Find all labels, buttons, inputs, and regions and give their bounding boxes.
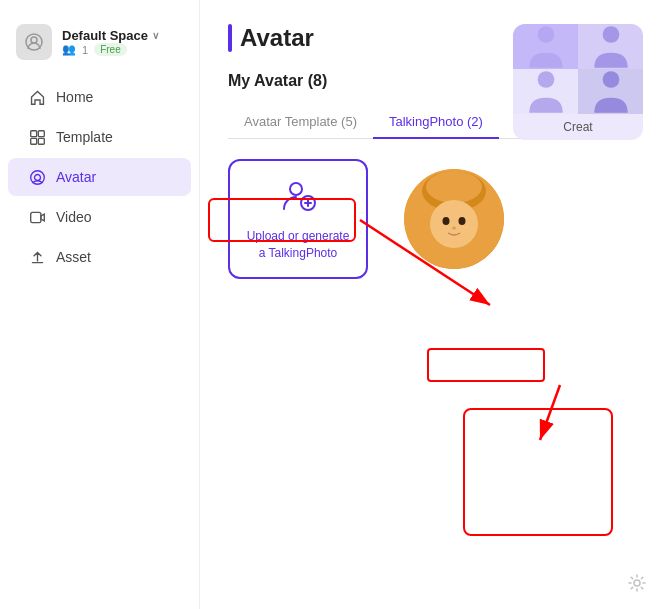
svg-point-20 — [459, 217, 466, 225]
annotation-tab-box — [427, 348, 545, 382]
svg-line-24 — [540, 385, 560, 440]
members-icon: 👥 — [62, 43, 76, 56]
asset-icon — [28, 248, 46, 266]
sidebar-item-template[interactable]: Template — [8, 118, 191, 156]
svg-point-7 — [34, 174, 40, 180]
sidebar-item-home-label: Home — [56, 89, 93, 105]
svg-rect-10 — [602, 26, 619, 43]
workspace-meta: 👥 1 Free — [62, 43, 159, 56]
svg-point-21 — [452, 227, 456, 230]
avatar-nav-icon — [28, 168, 46, 186]
svg-rect-2 — [30, 130, 36, 136]
cards-row: Upload or generate a TalkingPhoto — [228, 159, 635, 279]
svg-point-25 — [634, 580, 640, 586]
annotation-upload-box — [463, 408, 613, 536]
create-card-images — [513, 24, 643, 114]
plan-badge: Free — [94, 43, 127, 56]
sidebar-item-home[interactable]: Home — [8, 78, 191, 116]
upload-icon — [280, 177, 316, 220]
sidebar-item-asset-label: Asset — [56, 249, 91, 265]
tab-talking-photo[interactable]: TalkingPhoto (2) — [373, 106, 499, 139]
sidebar-item-avatar-label: Avatar — [56, 169, 96, 185]
svg-rect-3 — [38, 130, 44, 136]
svg-rect-11 — [537, 71, 554, 88]
sidebar-item-template-label: Template — [56, 129, 113, 145]
workspace-name[interactable]: Default Space ∨ — [62, 28, 159, 43]
workspace-header[interactable]: Default Space ∨ 👥 1 Free — [0, 16, 199, 76]
page-title: Avatar — [240, 24, 314, 52]
sidebar-item-asset[interactable]: Asset — [8, 238, 191, 276]
sidebar: Default Space ∨ 👥 1 Free Home — [0, 0, 200, 609]
sidebar-item-avatar[interactable]: Avatar — [8, 158, 191, 196]
main-content: Avatar — [200, 0, 663, 609]
svg-rect-5 — [38, 138, 44, 144]
upload-text: Upload or generate a TalkingPhoto — [247, 228, 350, 262]
sidebar-item-video[interactable]: Video — [8, 198, 191, 236]
baby-avatar — [404, 169, 504, 269]
create-avatar-card[interactable]: Creat — [513, 24, 643, 140]
svg-point-18 — [430, 200, 478, 248]
svg-rect-8 — [30, 212, 40, 222]
avatar-thumb-2 — [578, 24, 643, 69]
create-label[interactable]: Creat — [557, 114, 598, 140]
svg-rect-4 — [30, 138, 36, 144]
tab-avatar-template[interactable]: Avatar Template (5) — [228, 106, 373, 139]
chevron-icon: ∨ — [152, 30, 159, 41]
template-icon — [28, 128, 46, 146]
svg-point-17 — [426, 171, 482, 203]
sidebar-nav: Home Template Avatar — [0, 76, 199, 278]
svg-point-19 — [443, 217, 450, 225]
video-icon — [28, 208, 46, 226]
home-icon — [28, 88, 46, 106]
workspace-icon — [16, 24, 52, 60]
upload-talking-photo-card[interactable]: Upload or generate a TalkingPhoto — [228, 159, 368, 279]
title-accent — [228, 24, 232, 52]
svg-point-1 — [31, 37, 37, 43]
sidebar-item-video-label: Video — [56, 209, 92, 225]
avatar-thumb-4 — [578, 69, 643, 114]
settings-button[interactable] — [627, 573, 647, 597]
svg-point-13 — [290, 183, 302, 195]
avatar-thumb-1 — [513, 24, 578, 69]
avatar-thumb-3 — [513, 69, 578, 114]
workspace-info: Default Space ∨ 👥 1 Free — [62, 28, 159, 56]
svg-rect-9 — [537, 26, 554, 43]
svg-rect-12 — [602, 71, 619, 88]
